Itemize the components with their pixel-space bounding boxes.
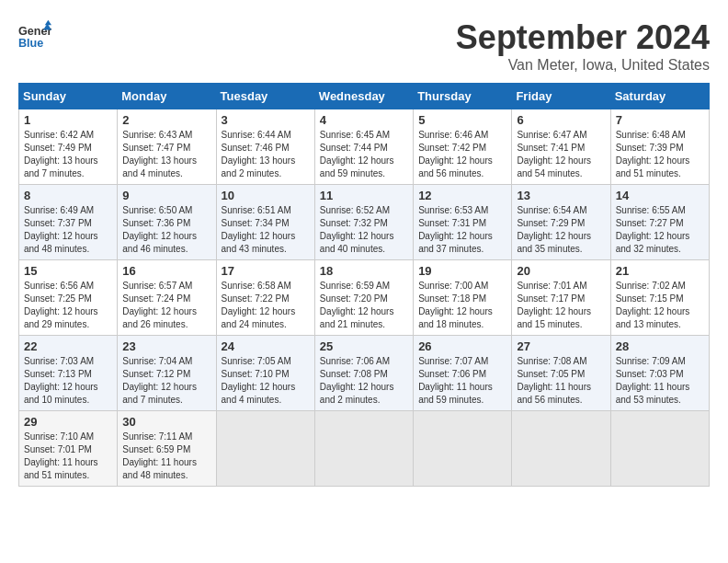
svg-text:Blue: Blue: [18, 37, 43, 50]
calendar-day-cell: 19Sunrise: 7:00 AMSunset: 7:18 PMDayligh…: [414, 260, 512, 336]
calendar-day-cell: 22Sunrise: 7:03 AMSunset: 7:13 PMDayligh…: [19, 336, 118, 411]
day-number: 27: [517, 339, 605, 353]
calendar-day-cell: 3Sunrise: 6:44 AMSunset: 7:46 PMDaylight…: [216, 109, 314, 185]
day-info: Sunrise: 7:04 AMSunset: 7:12 PMDaylight:…: [122, 355, 210, 407]
day-info: Sunrise: 7:07 AMSunset: 7:06 PMDaylight:…: [418, 355, 506, 407]
day-info: Sunrise: 7:06 AMSunset: 7:08 PMDaylight:…: [320, 355, 408, 407]
day-info: Sunrise: 6:46 AMSunset: 7:42 PMDaylight:…: [418, 129, 506, 180]
calendar-day-cell: [512, 411, 610, 487]
weekday-header-row: SundayMondayTuesdayWednesdayThursdayFrid…: [19, 84, 710, 109]
calendar-day-cell: 6Sunrise: 6:47 AMSunset: 7:41 PMDaylight…: [512, 109, 610, 185]
day-info: Sunrise: 6:56 AMSunset: 7:25 PMDaylight:…: [24, 280, 112, 331]
day-info: Sunrise: 6:43 AMSunset: 7:47 PMDaylight:…: [122, 129, 210, 180]
day-number: 20: [517, 264, 605, 278]
day-info: Sunrise: 7:00 AMSunset: 7:18 PMDaylight:…: [418, 280, 506, 331]
logo-icon: General Blue: [18, 18, 51, 52]
calendar-week-row: 15Sunrise: 6:56 AMSunset: 7:25 PMDayligh…: [19, 260, 710, 336]
logo: General Blue: [18, 18, 51, 52]
day-number: 23: [122, 339, 210, 353]
calendar-week-row: 22Sunrise: 7:03 AMSunset: 7:13 PMDayligh…: [19, 336, 710, 411]
day-info: Sunrise: 6:49 AMSunset: 7:37 PMDaylight:…: [24, 204, 112, 256]
day-number: 30: [122, 415, 210, 429]
calendar-week-row: 8Sunrise: 6:49 AMSunset: 7:37 PMDaylight…: [19, 185, 710, 260]
day-info: Sunrise: 7:10 AMSunset: 7:01 PMDaylight:…: [24, 431, 112, 482]
day-number: 14: [616, 189, 704, 202]
calendar-day-cell: [314, 411, 413, 487]
day-number: 12: [418, 189, 506, 202]
calendar-day-cell: 20Sunrise: 7:01 AMSunset: 7:17 PMDayligh…: [512, 260, 610, 336]
calendar-day-cell: 23Sunrise: 7:04 AMSunset: 7:12 PMDayligh…: [118, 336, 216, 411]
day-info: Sunrise: 7:03 AMSunset: 7:13 PMDaylight:…: [24, 355, 112, 407]
day-number: 9: [122, 189, 210, 202]
calendar-day-cell: 5Sunrise: 6:46 AMSunset: 7:42 PMDaylight…: [414, 109, 512, 185]
day-number: 5: [418, 113, 506, 127]
calendar-table: SundayMondayTuesdayWednesdayThursdayFrid…: [18, 83, 710, 487]
day-info: Sunrise: 6:45 AMSunset: 7:44 PMDaylight:…: [320, 129, 408, 180]
location-subtitle: Van Meter, Iowa, United States: [456, 57, 710, 74]
calendar-day-cell: 14Sunrise: 6:55 AMSunset: 7:27 PMDayligh…: [610, 185, 709, 260]
day-number: 7: [616, 113, 704, 127]
day-number: 2: [122, 113, 210, 127]
calendar-day-cell: 30Sunrise: 7:11 AMSunset: 6:59 PMDayligh…: [118, 411, 216, 487]
weekday-header-cell: Saturday: [610, 84, 709, 109]
day-info: Sunrise: 6:59 AMSunset: 7:20 PMDaylight:…: [320, 280, 408, 331]
day-info: Sunrise: 7:05 AMSunset: 7:10 PMDaylight:…: [222, 355, 310, 407]
weekday-header-cell: Wednesday: [314, 84, 413, 109]
day-info: Sunrise: 6:58 AMSunset: 7:22 PMDaylight:…: [222, 280, 310, 331]
svg-marker-2: [45, 20, 51, 25]
calendar-day-cell: 26Sunrise: 7:07 AMSunset: 7:06 PMDayligh…: [414, 336, 512, 411]
calendar-day-cell: 17Sunrise: 6:58 AMSunset: 7:22 PMDayligh…: [216, 260, 314, 336]
day-info: Sunrise: 6:57 AMSunset: 7:24 PMDaylight:…: [122, 280, 210, 331]
day-number: 21: [616, 264, 704, 278]
calendar-day-cell: 13Sunrise: 6:54 AMSunset: 7:29 PMDayligh…: [512, 185, 610, 260]
calendar-day-cell: 21Sunrise: 7:02 AMSunset: 7:15 PMDayligh…: [610, 260, 709, 336]
calendar-day-cell: [610, 411, 709, 487]
day-info: Sunrise: 7:08 AMSunset: 7:05 PMDaylight:…: [517, 355, 605, 407]
day-number: 26: [418, 339, 506, 353]
calendar-day-cell: 9Sunrise: 6:50 AMSunset: 7:36 PMDaylight…: [118, 185, 216, 260]
calendar-week-row: 29Sunrise: 7:10 AMSunset: 7:01 PMDayligh…: [19, 411, 710, 487]
day-info: Sunrise: 7:11 AMSunset: 6:59 PMDaylight:…: [122, 431, 210, 482]
day-info: Sunrise: 6:54 AMSunset: 7:29 PMDaylight:…: [517, 204, 605, 256]
day-number: 17: [222, 264, 310, 278]
day-number: 1: [24, 113, 112, 127]
day-number: 6: [517, 113, 605, 127]
day-info: Sunrise: 7:02 AMSunset: 7:15 PMDaylight:…: [616, 280, 704, 331]
day-info: Sunrise: 6:52 AMSunset: 7:32 PMDaylight:…: [320, 204, 408, 256]
weekday-header-cell: Friday: [512, 84, 610, 109]
day-info: Sunrise: 6:55 AMSunset: 7:27 PMDaylight:…: [616, 204, 704, 256]
day-number: 13: [517, 189, 605, 202]
day-number: 15: [24, 264, 112, 278]
calendar-day-cell: 18Sunrise: 6:59 AMSunset: 7:20 PMDayligh…: [314, 260, 413, 336]
day-info: Sunrise: 6:50 AMSunset: 7:36 PMDaylight:…: [122, 204, 210, 256]
day-info: Sunrise: 6:42 AMSunset: 7:49 PMDaylight:…: [24, 129, 112, 180]
calendar-day-cell: 25Sunrise: 7:06 AMSunset: 7:08 PMDayligh…: [314, 336, 413, 411]
day-number: 25: [320, 339, 408, 353]
day-number: 29: [24, 415, 112, 429]
calendar-body: 1Sunrise: 6:42 AMSunset: 7:49 PMDaylight…: [19, 109, 710, 487]
calendar-day-cell: 12Sunrise: 6:53 AMSunset: 7:31 PMDayligh…: [414, 185, 512, 260]
weekday-header-cell: Thursday: [414, 84, 512, 109]
calendar-day-cell: 8Sunrise: 6:49 AMSunset: 7:37 PMDaylight…: [19, 185, 118, 260]
calendar-day-cell: 16Sunrise: 6:57 AMSunset: 7:24 PMDayligh…: [118, 260, 216, 336]
day-number: 28: [616, 339, 704, 353]
calendar-day-cell: 11Sunrise: 6:52 AMSunset: 7:32 PMDayligh…: [314, 185, 413, 260]
calendar-day-cell: 28Sunrise: 7:09 AMSunset: 7:03 PMDayligh…: [610, 336, 709, 411]
calendar-week-row: 1Sunrise: 6:42 AMSunset: 7:49 PMDaylight…: [19, 109, 710, 185]
day-info: Sunrise: 6:47 AMSunset: 7:41 PMDaylight:…: [517, 129, 605, 180]
calendar-day-cell: 29Sunrise: 7:10 AMSunset: 7:01 PMDayligh…: [19, 411, 118, 487]
day-info: Sunrise: 6:48 AMSunset: 7:39 PMDaylight:…: [616, 129, 704, 180]
day-number: 11: [320, 189, 408, 202]
day-info: Sunrise: 6:53 AMSunset: 7:31 PMDaylight:…: [418, 204, 506, 256]
weekday-header-cell: Sunday: [19, 84, 118, 109]
calendar-day-cell: 10Sunrise: 6:51 AMSunset: 7:34 PMDayligh…: [216, 185, 314, 260]
calendar-day-cell: 1Sunrise: 6:42 AMSunset: 7:49 PMDaylight…: [19, 109, 118, 185]
day-info: Sunrise: 7:01 AMSunset: 7:17 PMDaylight:…: [517, 280, 605, 331]
calendar-day-cell: 24Sunrise: 7:05 AMSunset: 7:10 PMDayligh…: [216, 336, 314, 411]
weekday-header-cell: Monday: [118, 84, 216, 109]
day-number: 4: [320, 113, 408, 127]
calendar-day-cell: 27Sunrise: 7:08 AMSunset: 7:05 PMDayligh…: [512, 336, 610, 411]
calendar-day-cell: 4Sunrise: 6:45 AMSunset: 7:44 PMDaylight…: [314, 109, 413, 185]
calendar-day-cell: 2Sunrise: 6:43 AMSunset: 7:47 PMDaylight…: [118, 109, 216, 185]
calendar-day-cell: [414, 411, 512, 487]
